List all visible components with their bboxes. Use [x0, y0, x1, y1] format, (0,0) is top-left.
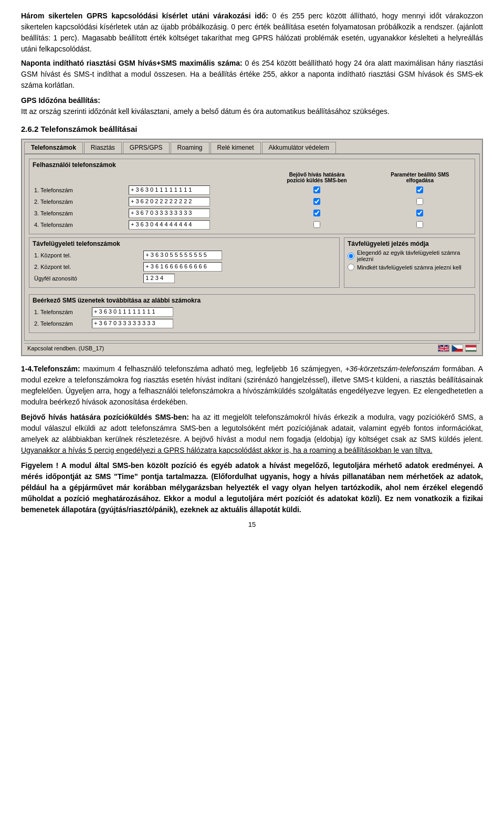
client-id-label: Ügyfél azonosító: [33, 273, 142, 284]
checkbox-sms-2[interactable]: [313, 198, 320, 205]
check1-4: [265, 219, 368, 231]
phone-input-3[interactable]: + 3 6 7 0 3 3 3 3 3 3 3 3: [129, 209, 210, 218]
check1-3: [265, 207, 368, 219]
sms-forward-table: 1. Telefonszám + 3 6 3 0 1 1 1 1 1 1 1 1…: [33, 306, 471, 329]
phone-value-1: + 3 6 3 0 1 1 1 1 1 1 1 1: [127, 184, 265, 196]
status-text: Kapcsolat rendben. (USB_17): [27, 345, 104, 351]
radio-row-1: Elegendő az egyik távfelügyeleti számra …: [348, 250, 471, 262]
radio-signal-1[interactable]: [348, 253, 354, 259]
phone-input-2[interactable]: + 3 6 2 0 2 2 2 2 2 2 2 2: [129, 197, 210, 206]
tab-riasztas[interactable]: Riasztás: [84, 142, 122, 153]
checkbox-param-3[interactable]: [416, 210, 423, 216]
underline-text: Ugyanakkor a hívás 5 percig engedélyezi …: [21, 446, 433, 454]
svg-rect-15: [466, 350, 477, 352]
paragraph-2: Naponta indítható riasztási GSM hívás+SM…: [21, 58, 483, 91]
check2-4: [369, 219, 471, 231]
table-row: Ügyfél azonosító 1 2 3 4: [33, 273, 336, 284]
sms-fwd-value-2: + 3 6 7 0 3 3 3 3 3 3 3 3: [90, 318, 471, 329]
phone-label-4: 4. Telefonszám: [33, 219, 127, 231]
bejovo-hivas-bold: Bejövő hívás hatására pozícióküldés SMS-…: [21, 413, 189, 421]
remote-input-2[interactable]: + 3 6 1 6 6 6 6 6 6 6 6 6: [143, 262, 222, 272]
table-row: 4. Telefonszám + 3 6 3 0 4 4 4 4 4 4 4 4: [33, 219, 471, 231]
table-row: 1. Telefonszám + 3 6 3 0 1 1 1 1 1 1 1 1: [33, 306, 471, 318]
remote-signal-mode-title: Távfelügyeleti jelzés módja: [348, 240, 471, 247]
paragraph-6: Figyelem ! A modul által SMS-ben közölt …: [21, 460, 483, 515]
paragraph-5: Bejövő hívás hatására pozícióküldés SMS-…: [21, 412, 483, 456]
remote-phones-title: Távfelügyeleti telefonszámok: [33, 240, 336, 247]
remote-label-1: 1. Központ tel.: [33, 250, 142, 261]
phone-value-3: + 3 6 7 0 3 3 3 3 3 3 3 3: [127, 207, 265, 219]
col-label-header: [33, 171, 127, 184]
remote-label-2: 2. Központ tel.: [33, 261, 142, 273]
table-row: 3. Telefonszám + 3 6 7 0 3 3 3 3 3 3 3 3: [33, 207, 471, 219]
flag-icons: [438, 345, 477, 352]
check2-2: [369, 196, 471, 207]
radio-signal-2[interactable]: [348, 264, 354, 271]
remote-value-1: + 3 6 3 0 5 5 5 5 5 5 5 5: [142, 250, 336, 261]
figyelem-bold: Figyelem ! A modul által SMS-ben közölt …: [21, 461, 483, 514]
flag-hu-icon: [465, 345, 477, 352]
dialog-body: Felhasználói telefonszámok Bejövő hívás …: [24, 154, 480, 341]
tab-telefonszamok[interactable]: Telefonszámok: [24, 142, 83, 153]
phone-label-1: 1. Telefonszám: [33, 184, 127, 196]
sms-fwd-value-1: + 3 6 3 0 1 1 1 1 1 1 1 1: [90, 306, 471, 318]
checkbox-sms-1[interactable]: [313, 186, 320, 193]
page-number: 15: [21, 521, 483, 528]
radio-group-signal-mode: Elegendő az egyik távfelügyeleti számra …: [348, 250, 471, 271]
tab-akkumulator-vedelem[interactable]: Akkumulátor védelem: [262, 142, 336, 153]
table-row: 2. Telefonszám + 3 6 7 0 3 3 3 3 3 3 3 3: [33, 318, 471, 329]
tab-gprs-gps[interactable]: GPRS/GPS: [123, 142, 170, 153]
gprs-bold-label: Három sikertelen GPRS kapcsolódási kísér…: [21, 12, 268, 20]
check1-1: [265, 184, 368, 196]
checkbox-sms-3[interactable]: [313, 210, 320, 216]
checkbox-sms-4[interactable]: [313, 221, 320, 228]
remote-phones-table: 1. Központ tel. + 3 6 3 0 5 5 5 5 5 5 5 …: [33, 250, 336, 284]
radio-label-1: Elegendő az egyik távfelügyeleti számra …: [357, 250, 471, 262]
sms-fwd-input-1[interactable]: + 3 6 3 0 1 1 1 1 1 1 1 1: [92, 307, 173, 317]
col-value-header: [127, 171, 265, 184]
sms-fwd-input-2[interactable]: + 3 6 7 0 3 3 3 3 3 3 3 3: [92, 319, 173, 328]
phone-input-4[interactable]: + 3 6 3 0 4 4 4 4 4 4 4 4: [129, 220, 210, 230]
remote-phones-row: Távfelügyeleti telefonszámok 1. Központ …: [29, 237, 475, 291]
svg-rect-13: [466, 345, 477, 348]
phone-value-4: + 3 6 3 0 4 4 4 4 4 4 4 4: [127, 219, 265, 231]
check1-2: [265, 196, 368, 207]
checkbox-param-4[interactable]: [416, 221, 423, 228]
tab-roaming[interactable]: Roaming: [171, 142, 209, 153]
sms-forward-section: Beérkező SMS üzenetek továbbítása az alá…: [29, 294, 475, 333]
status-bar: Kapcsolat rendben. (USB_17): [24, 343, 480, 353]
checkbox-param-1[interactable]: [416, 186, 423, 193]
check2-1: [369, 184, 471, 196]
flag-uk-icon: [438, 345, 449, 352]
svg-rect-8: [438, 348, 449, 349]
phone-value-2: + 3 6 2 0 2 2 2 2 2 2 2 2: [127, 196, 265, 207]
user-phones-title: Felhasználói telefonszámok: [33, 161, 471, 169]
dialog-window: Telefonszámok Riasztás GPRS/GPS Roaming …: [21, 139, 483, 356]
user-phones-table: Bejövő hívás hatásárapozíció küldés SMS-…: [33, 171, 471, 231]
section-heading-2-6-2: 2.6.2 Telefonszámok beállításai: [21, 124, 483, 133]
flag-cz-icon: [452, 345, 463, 352]
check2-3: [369, 207, 471, 219]
col-param-header: Paraméter beállító SMSelfogadása: [369, 171, 471, 184]
telefonszam-bold: 1-4.Telefonszám:: [21, 365, 80, 373]
remote-phones-section: Távfelügyeleti telefonszámok 1. Központ …: [29, 237, 340, 288]
tab-rele-kimenet[interactable]: Relé kimenet: [211, 142, 261, 153]
user-phones-section: Felhasználói telefonszámok Bejövő hívás …: [29, 159, 475, 234]
radio-label-2: Mindkét távfelügyeleti számra jelezni ke…: [357, 264, 461, 271]
radio-row-2: Mindkét távfelügyeleti számra jelezni ke…: [348, 264, 471, 271]
remote-input-1[interactable]: + 3 6 3 0 5 5 5 5 5 5 5 5: [143, 251, 222, 260]
phone-input-1[interactable]: + 3 6 3 0 1 1 1 1 1 1 1 1: [129, 185, 210, 195]
checkbox-param-2[interactable]: [416, 198, 423, 205]
table-row: 1. Telefonszám + 3 6 3 0 1 1 1 1 1 1 1 1: [33, 184, 471, 196]
table-row: 2. Központ tel. + 3 6 1 6 6 6 6 6 6 6 6 …: [33, 261, 336, 273]
sms-forward-title: Beérkező SMS üzenetek továbbítása az alá…: [33, 297, 471, 304]
table-row: 1. Központ tel. + 3 6 3 0 5 5 5 5 5 5 5 …: [33, 250, 336, 261]
sms-fwd-label-1: 1. Telefonszám: [33, 306, 90, 318]
client-id-input[interactable]: 1 2 3 4: [143, 274, 175, 283]
paragraph-3: GPS Időzóna beállítás: Itt az ország sze…: [21, 95, 483, 117]
gps-timezone-bold: GPS Időzóna beállítás:: [21, 96, 100, 105]
remote-value-2: + 3 6 1 6 6 6 6 6 6 6 6 6: [142, 261, 336, 273]
dialog-tabs: Telefonszámok Riasztás GPRS/GPS Roaming …: [24, 142, 480, 154]
naponta-bold-label: Naponta indítható riasztási GSM hívás+SM…: [21, 59, 243, 67]
paragraph-4: 1-4.Telefonszám: maximum 4 felhasználó t…: [21, 363, 483, 408]
